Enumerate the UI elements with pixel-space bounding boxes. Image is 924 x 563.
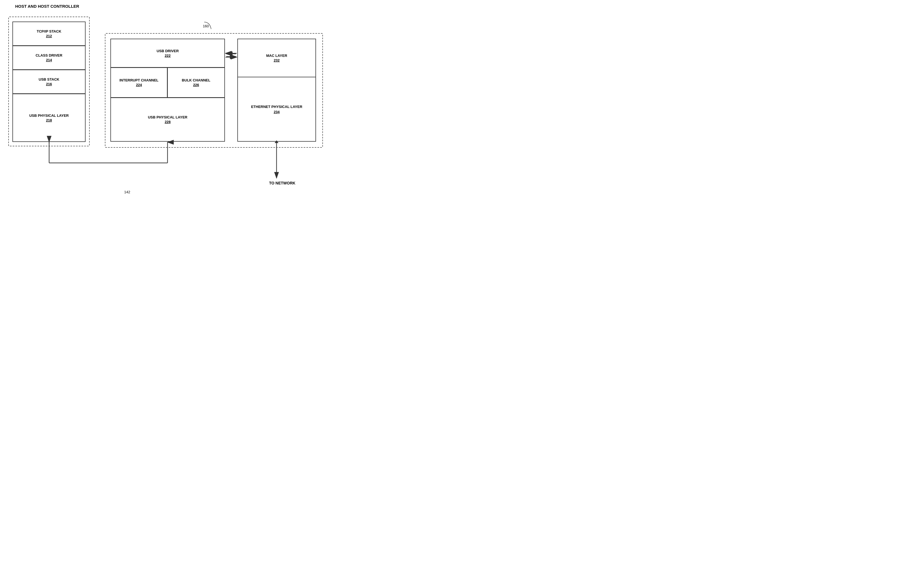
interrupt-channel-num: 224 xyxy=(136,83,142,87)
tcpip-stack-box: TCP/IP STACK 212 xyxy=(12,21,86,46)
usb-connection-ref-label: 142 xyxy=(124,190,130,194)
usb-physical-device-box: USB PHYSICAL LAYER 228 xyxy=(110,98,225,142)
usb-driver-box: USB DRIVER 222 xyxy=(110,39,225,68)
usb-physical-device-title: USB PHYSICAL LAYER xyxy=(148,115,188,119)
usb-physical-device-num: 228 xyxy=(165,120,171,124)
usb-stack-title: USB STACK xyxy=(39,77,59,81)
usb-physical-host-box: USB PHYSICAL LAYER 218 xyxy=(12,94,86,142)
mac-layer-num: 232 xyxy=(274,58,280,62)
usb-physical-host-num: 218 xyxy=(46,118,52,122)
usb-stack-box: USB STACK 216 xyxy=(12,70,86,94)
mac-layer-box: MAC LAYER 232 xyxy=(237,39,316,77)
usb-stack-num: 216 xyxy=(46,82,52,86)
bulk-channel-title: BULK CHANNEL xyxy=(182,78,210,82)
eth-physical-title: ETHERNET PHYSICAL LAYER xyxy=(251,104,303,110)
interrupt-channel-box: INTERRUPT CHANNEL 224 xyxy=(110,68,168,98)
usb-driver-title: USB DRIVER xyxy=(156,49,178,53)
interrupt-channel-title: INTERRUPT CHANNEL xyxy=(120,78,159,82)
usb-physical-host-title: USB PHYSICAL LAYER xyxy=(29,114,69,118)
diagram-container: HOST AND HOST CONTROLLER TCP/IP STACK 21… xyxy=(0,0,331,201)
ref-160-line xyxy=(193,21,215,35)
eth-physical-box: ETHERNET PHYSICAL LAYER 234 xyxy=(237,77,316,142)
usb-driver-num: 222 xyxy=(165,54,171,58)
tcpip-stack-title: TCP/IP STACK xyxy=(37,29,61,33)
bulk-channel-num: 226 xyxy=(193,83,199,87)
mac-layer-title: MAC LAYER xyxy=(266,54,287,58)
class-driver-box: CLASS DRIVER 214 xyxy=(12,45,86,70)
tcpip-stack-num: 212 xyxy=(46,34,52,38)
class-driver-num: 214 xyxy=(46,58,52,62)
eth-physical-num: 234 xyxy=(274,110,280,114)
to-network-label: TO NETWORK xyxy=(269,181,295,185)
class-driver-title: CLASS DRIVER xyxy=(36,53,62,57)
bulk-channel-box: BULK CHANNEL 226 xyxy=(167,68,225,98)
host-controller-title: HOST AND HOST CONTROLLER xyxy=(15,3,79,9)
